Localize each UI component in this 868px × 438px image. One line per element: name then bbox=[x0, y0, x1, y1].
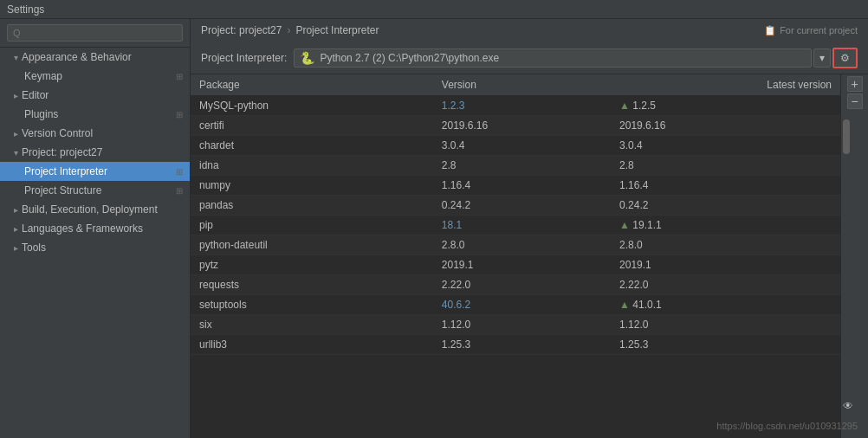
breadcrumb-parent: Project: project27 bbox=[201, 24, 282, 36]
package-version: 2.8 bbox=[433, 156, 611, 176]
package-latest: 2.8.0 bbox=[611, 235, 840, 255]
arrow-icon: ▸ bbox=[14, 205, 18, 215]
table-row[interactable]: python-dateutil2.8.02.8.0 bbox=[191, 235, 840, 255]
package-version: 2019.1 bbox=[433, 255, 611, 275]
table-row[interactable]: urllib31.25.31.25.3 bbox=[191, 335, 840, 355]
sidebar-item-appearance-behavior[interactable]: ▾Appearance & Behavior bbox=[0, 48, 190, 67]
table-row[interactable]: six1.12.01.12.0 bbox=[191, 315, 840, 335]
interpreter-dropdown-button[interactable]: ▾ bbox=[813, 48, 831, 68]
package-latest: 2.22.0 bbox=[611, 275, 840, 295]
interpreter-selector[interactable]: 🐍 Python 2.7 (2) C:\Python27\python.exe bbox=[294, 48, 812, 68]
add-package-button[interactable]: + bbox=[847, 76, 863, 92]
package-latest: ▲ 19.1.1 bbox=[611, 216, 840, 235]
arrow-icon: ▸ bbox=[14, 243, 18, 253]
table-row[interactable]: chardet3.0.43.0.4 bbox=[191, 136, 840, 156]
sidebar-item-project-interpreter[interactable]: Project Interpreter⊞ bbox=[0, 162, 190, 181]
package-latest: 0.24.2 bbox=[611, 196, 840, 216]
sidebar-item-project-project27[interactable]: ▾Project: project27 bbox=[0, 143, 190, 162]
scroll-thumb bbox=[843, 119, 850, 154]
table-row[interactable]: idna2.82.8 bbox=[191, 156, 840, 176]
package-latest: 2019.6.16 bbox=[611, 116, 840, 136]
upgrade-arrow-icon: ▲ bbox=[619, 299, 632, 311]
remove-package-button[interactable]: − bbox=[847, 93, 863, 109]
packages-area: Package Version Latest version MySQL-pyt… bbox=[191, 74, 868, 438]
packages-table: Package Version Latest version MySQL-pyt… bbox=[191, 74, 840, 355]
package-name: pytz bbox=[191, 255, 433, 275]
sidebar-item-label: Project Interpreter bbox=[24, 165, 107, 177]
package-version: 0.24.2 bbox=[433, 196, 611, 216]
package-name: six bbox=[191, 315, 433, 335]
table-row[interactable]: setuptools40.6.2▲ 41.0.1 bbox=[191, 295, 840, 315]
python-icon: 🐍 bbox=[300, 51, 314, 65]
sidebar-item-label: Plugins bbox=[24, 108, 58, 120]
table-row[interactable]: pip18.1▲ 19.1.1 bbox=[191, 216, 840, 235]
package-name: urllib3 bbox=[191, 335, 433, 355]
interpreter-label: Project Interpreter: bbox=[201, 52, 287, 64]
breadcrumb-current: Project Interpreter bbox=[295, 24, 379, 36]
package-latest: 2019.1 bbox=[611, 255, 840, 275]
sidebar-item-icon: ⊞ bbox=[176, 110, 183, 119]
sidebar-item-version-control[interactable]: ▸Version Control bbox=[0, 124, 190, 143]
interpreter-gear-button[interactable]: ⚙ bbox=[832, 48, 858, 68]
sidebar-item-label: Build, Execution, Deployment bbox=[22, 203, 158, 216]
package-latest: 3.0.4 bbox=[611, 136, 840, 156]
package-version: 18.1 bbox=[433, 216, 611, 235]
sidebar-search-container bbox=[0, 19, 190, 48]
sidebar-item-tools[interactable]: ▸Tools bbox=[0, 238, 190, 257]
arrow-icon: ▸ bbox=[14, 91, 18, 100]
sidebar-item-plugins[interactable]: Plugins⊞ bbox=[0, 105, 190, 124]
table-header-row: Package Version Latest version bbox=[191, 74, 840, 96]
package-version: 2.8.0 bbox=[433, 235, 611, 255]
package-name: certifi bbox=[191, 116, 433, 136]
table-row[interactable]: numpy1.16.41.16.4 bbox=[191, 176, 840, 196]
arrow-icon: ▾ bbox=[14, 148, 18, 158]
package-name: python-dateutil bbox=[191, 235, 433, 255]
sidebar-item-build-execution[interactable]: ▸Build, Execution, Deployment bbox=[0, 200, 190, 219]
package-latest: ▲ 1.2.5 bbox=[611, 96, 840, 116]
package-version: 1.25.3 bbox=[433, 335, 611, 355]
upgrade-arrow-icon: ▲ bbox=[619, 219, 632, 231]
table-row[interactable]: pytz2019.12019.1 bbox=[191, 255, 840, 275]
arrow-icon: ▾ bbox=[14, 53, 18, 62]
package-name: setuptools bbox=[191, 295, 433, 315]
interpreter-value: Python 2.7 (2) C:\Python27\python.exe bbox=[320, 52, 499, 64]
upgrade-arrow-icon: ▲ bbox=[619, 100, 632, 112]
arrow-icon: ▸ bbox=[14, 129, 18, 138]
sidebar-search-input[interactable] bbox=[7, 24, 183, 42]
table-row[interactable]: MySQL-python1.2.3▲ 1.2.5 bbox=[191, 96, 840, 116]
arrow-icon: ▸ bbox=[14, 224, 18, 234]
interpreter-bar: Project Interpreter: 🐍 Python 2.7 (2) C:… bbox=[191, 42, 868, 74]
col-version: Version bbox=[433, 74, 611, 96]
table-row[interactable]: requests2.22.02.22.0 bbox=[191, 275, 840, 295]
package-name: idna bbox=[191, 156, 433, 176]
sidebar-item-icon: ⊞ bbox=[176, 167, 183, 177]
table-row[interactable]: pandas0.24.20.24.2 bbox=[191, 196, 840, 216]
sidebar-item-keymap[interactable]: Keymap⊞ bbox=[0, 67, 190, 86]
watermark: https://blog.csdn.net/u010931295 bbox=[716, 421, 858, 431]
package-version: 2.22.0 bbox=[433, 275, 611, 295]
sidebar-item-label: Keymap bbox=[24, 70, 62, 82]
package-version: 1.2.3 bbox=[433, 96, 611, 116]
package-latest: ▲ 41.0.1 bbox=[611, 295, 840, 315]
sidebar-item-project-structure[interactable]: Project Structure⊞ bbox=[0, 181, 190, 200]
package-name: numpy bbox=[191, 176, 433, 196]
sidebar-item-editor[interactable]: ▸Editor bbox=[0, 86, 190, 105]
package-name: chardet bbox=[191, 136, 433, 156]
for-current-project-label: 📋For current project bbox=[764, 25, 858, 36]
sidebar-item-label: Appearance & Behavior bbox=[22, 51, 132, 63]
package-version: 40.6.2 bbox=[433, 295, 611, 315]
sidebar-item-icon: ⊞ bbox=[176, 186, 183, 196]
package-latest: 2.8 bbox=[611, 156, 840, 176]
eye-icon-button[interactable]: 👁 bbox=[843, 400, 853, 412]
sidebar-item-languages-frameworks[interactable]: ▸Languages & Frameworks bbox=[0, 219, 190, 238]
title-bar-text: Settings bbox=[7, 3, 44, 16]
sidebar-item-label: Version Control bbox=[22, 127, 93, 139]
package-latest: 1.12.0 bbox=[611, 315, 840, 335]
sidebar-item-label: Tools bbox=[22, 242, 46, 254]
sidebar-item-label: Languages & Frameworks bbox=[22, 222, 143, 235]
sidebar: ▾Appearance & BehaviorKeymap⊞▸EditorPlug… bbox=[0, 19, 191, 438]
sidebar-item-icon: ⊞ bbox=[176, 72, 183, 81]
sidebar-item-label: Project Structure bbox=[24, 184, 101, 196]
table-row[interactable]: certifi2019.6.162019.6.16 bbox=[191, 116, 840, 136]
package-latest: 1.25.3 bbox=[611, 335, 840, 355]
